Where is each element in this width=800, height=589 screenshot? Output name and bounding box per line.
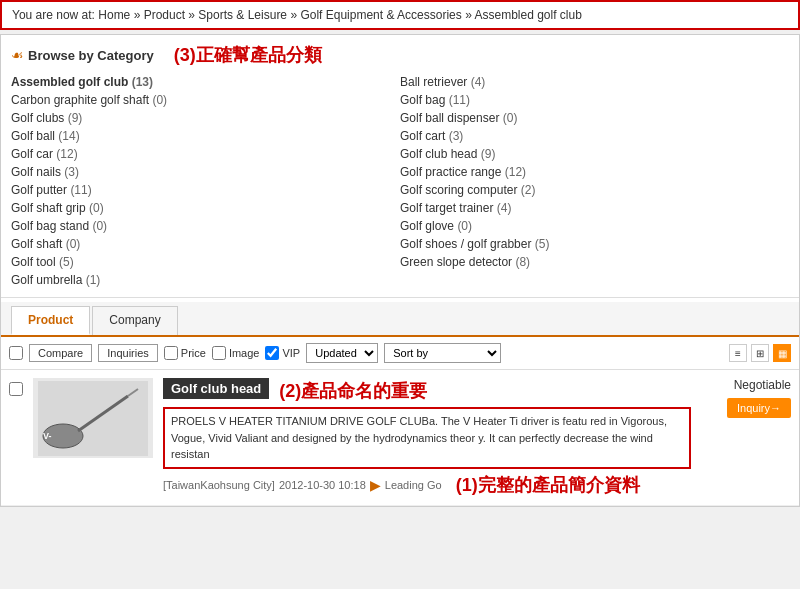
tab-company[interactable]: Company [92, 306, 177, 335]
price-label: Price [164, 346, 206, 360]
tabs-bar: Product Company [1, 302, 799, 337]
browse-header: ☙ Browse by Category (3)正確幫產品分類 [11, 43, 789, 67]
view-icon-list[interactable]: ≡ [729, 344, 747, 362]
category-golf-nails[interactable]: Golf nails (3) [11, 163, 400, 181]
product-name-annotation: (2)產品命名的重要 [279, 379, 427, 403]
product-row: V- Golf club head (2)產品命名的重要 PROELS V HE… [1, 370, 799, 506]
category-golf-car[interactable]: Golf car (12) [11, 145, 400, 163]
product-image-svg: V- [38, 381, 148, 456]
category-golf-ball[interactable]: Golf ball (14) [11, 127, 400, 145]
play-icon: ▶ [370, 477, 381, 493]
price-checkbox[interactable] [164, 346, 178, 360]
select-all-checkbox[interactable] [9, 346, 23, 360]
updated-select[interactable]: Updated Newest Oldest [306, 343, 378, 363]
category-golf-ball-dispenser[interactable]: Golf ball dispenser (0) [400, 109, 789, 127]
category-golf-tool[interactable]: Golf tool (5) [11, 253, 400, 271]
tab-product[interactable]: Product [11, 306, 90, 335]
category-golf-bag[interactable]: Golf bag (11) [400, 91, 789, 109]
category-golf-practice-range[interactable]: Golf practice range (12) [400, 163, 789, 181]
category-golf-shaft[interactable]: Golf shaft (0) [11, 235, 400, 253]
categories-right: Ball retriever (4) Golf bag (11) Golf ba… [400, 73, 789, 289]
breadcrumb: You are now at: Home » Product » Sports … [0, 0, 800, 30]
browse-section: ☙ Browse by Category (3)正確幫產品分類 Assemble… [1, 35, 799, 298]
svg-text:V-: V- [43, 431, 52, 441]
compare-button[interactable]: Compare [29, 344, 92, 362]
annotation-1: (1)完整的產品簡介資料 [456, 473, 640, 497]
view-icon-compact[interactable]: ▦ [773, 344, 791, 362]
category-golf-cart[interactable]: Golf cart (3) [400, 127, 789, 145]
inquiry-button[interactable]: Inquiry→ [727, 398, 791, 418]
sort-select[interactable]: Sort by Price Low to High Price High to … [384, 343, 501, 363]
view-icon-grid[interactable]: ⊞ [751, 344, 769, 362]
product-name: Golf club head [163, 378, 269, 399]
categories-left: Assembled golf club (13) Carbon graphite… [11, 73, 400, 289]
main-container: ☙ Browse by Category (3)正確幫產品分類 Assemble… [0, 34, 800, 507]
product-meta: [TaiwanKaohsung City] 2012-10-30 10:18 ▶… [163, 473, 691, 497]
product-supplier: [TaiwanKaohsung City] [163, 479, 275, 491]
inquiries-button[interactable]: Inquiries [98, 344, 158, 362]
product-date: 2012-10-30 10:18 [279, 479, 366, 491]
category-golf-shaft-grip[interactable]: Golf shaft grip (0) [11, 199, 400, 217]
product-price-container: Negotiable Inquiry→ [701, 378, 791, 497]
product-price: Negotiable [734, 378, 791, 392]
category-assembled-golf-club[interactable]: Assembled golf club (13) [11, 73, 400, 91]
category-ball-retriever[interactable]: Ball retriever (4) [400, 73, 789, 91]
product-checkbox-container [9, 378, 23, 497]
product-image: V- [33, 378, 153, 458]
image-checkbox[interactable] [212, 346, 226, 360]
category-golf-bag-stand[interactable]: Golf bag stand (0) [11, 217, 400, 235]
toolbar: Compare Inquiries Price Image VIP Update… [1, 337, 799, 370]
category-golf-scoring-computer[interactable]: Golf scoring computer (2) [400, 181, 789, 199]
category-golf-clubs[interactable]: Golf clubs (9) [11, 109, 400, 127]
product-company: Leading Go [385, 479, 442, 491]
vip-label: VIP [265, 346, 300, 360]
category-golf-putter[interactable]: Golf putter (11) [11, 181, 400, 199]
category-green-slope-detector[interactable]: Green slope detector (8) [400, 253, 789, 271]
category-golf-umbrella[interactable]: Golf umbrella (1) [11, 271, 400, 289]
vip-checkbox[interactable] [265, 346, 279, 360]
product-description: PROELS V HEATER TITANIUM DRIVE GOLF CLUB… [163, 407, 691, 469]
category-golf-glove[interactable]: Golf glove (0) [400, 217, 789, 235]
image-label: Image [212, 346, 260, 360]
browse-icon: ☙ [11, 47, 24, 63]
category-carbon-graphite[interactable]: Carbon graphite golf shaft (0) [11, 91, 400, 109]
category-golf-club-head[interactable]: Golf club head (9) [400, 145, 789, 163]
annotation-3: (3)正確幫產品分類 [174, 43, 322, 67]
browse-title: Browse by Category [28, 48, 154, 63]
categories-grid: Assembled golf club (13) Carbon graphite… [11, 73, 789, 289]
product-select-checkbox[interactable] [9, 382, 23, 396]
category-golf-shoes[interactable]: Golf shoes / golf grabber (5) [400, 235, 789, 253]
product-info: Golf club head (2)產品命名的重要 PROELS V HEATE… [163, 378, 691, 497]
view-icons: ≡ ⊞ ▦ [729, 344, 791, 362]
category-golf-target-trainer[interactable]: Golf target trainer (4) [400, 199, 789, 217]
